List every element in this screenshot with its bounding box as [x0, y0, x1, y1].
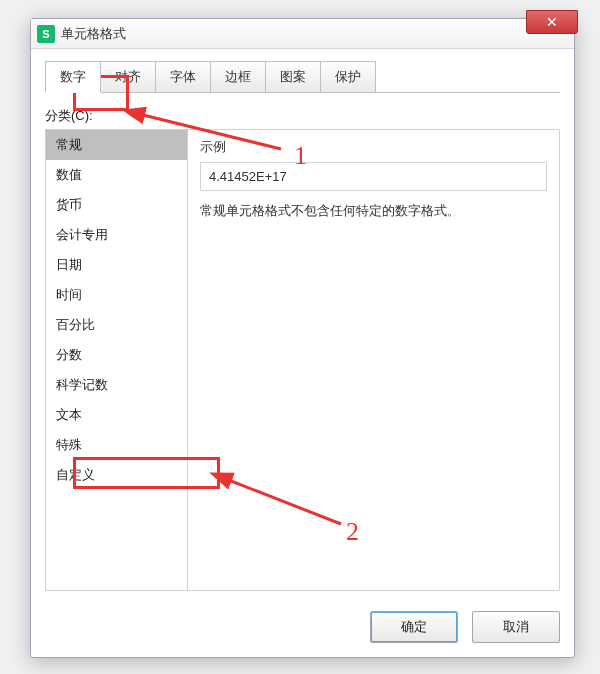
cell-format-dialog: S 单元格格式 ✕ 数字 对齐 字体 边框 图案 保护 分类(C): 常规 数值… — [30, 18, 575, 658]
tab-pattern[interactable]: 图案 — [265, 61, 321, 92]
tab-bar: 数字 对齐 字体 边框 图案 保护 — [45, 61, 560, 93]
category-item-special[interactable]: 特殊 — [46, 430, 187, 460]
tab-border[interactable]: 边框 — [210, 61, 266, 92]
dialog-footer: 确定 取消 — [31, 601, 574, 655]
tab-font[interactable]: 字体 — [155, 61, 211, 92]
tab-align[interactable]: 对齐 — [100, 61, 156, 92]
category-item-time[interactable]: 时间 — [46, 280, 187, 310]
dialog-title: 单元格格式 — [61, 25, 126, 43]
annotation-number-2: 2 — [346, 517, 359, 547]
category-item-percent[interactable]: 百分比 — [46, 310, 187, 340]
category-item-number[interactable]: 数值 — [46, 160, 187, 190]
example-label: 示例 — [200, 138, 547, 156]
dialog-content: 数字 对齐 字体 边框 图案 保护 分类(C): 常规 数值 货币 会计专用 日… — [31, 49, 574, 601]
category-item-text[interactable]: 文本 — [46, 400, 187, 430]
category-item-scientific[interactable]: 科学记数 — [46, 370, 187, 400]
category-item-general[interactable]: 常规 — [46, 130, 187, 160]
category-item-date[interactable]: 日期 — [46, 250, 187, 280]
cancel-button[interactable]: 取消 — [472, 611, 560, 643]
example-value: 4.41452E+17 — [200, 162, 547, 191]
close-icon: ✕ — [546, 14, 558, 30]
right-pane: 示例 4.41452E+17 常规单元格格式不包含任何特定的数字格式。 — [188, 130, 559, 590]
category-list[interactable]: 常规 数值 货币 会计专用 日期 时间 百分比 分数 科学记数 文本 特殊 自定… — [46, 130, 188, 590]
tab-protect[interactable]: 保护 — [320, 61, 376, 92]
category-item-currency[interactable]: 货币 — [46, 190, 187, 220]
ok-button[interactable]: 确定 — [370, 611, 458, 643]
tab-number[interactable]: 数字 — [45, 61, 101, 93]
format-description: 常规单元格格式不包含任何特定的数字格式。 — [200, 201, 547, 221]
main-area: 常规 数值 货币 会计专用 日期 时间 百分比 分数 科学记数 文本 特殊 自定… — [45, 129, 560, 591]
titlebar: S 单元格格式 ✕ — [31, 19, 574, 49]
category-item-fraction[interactable]: 分数 — [46, 340, 187, 370]
close-button[interactable]: ✕ — [526, 10, 578, 34]
category-item-custom[interactable]: 自定义 — [46, 460, 187, 490]
category-item-accounting[interactable]: 会计专用 — [46, 220, 187, 250]
category-label: 分类(C): — [45, 107, 560, 125]
app-icon: S — [37, 25, 55, 43]
annotation-number-1: 1 — [294, 141, 307, 171]
